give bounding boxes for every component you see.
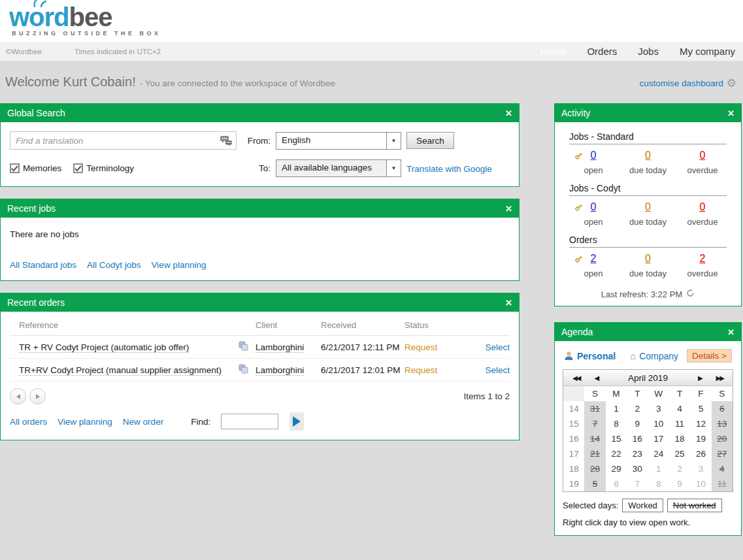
nav-item-my-company[interactable]: My company (680, 46, 735, 57)
nav-item-home[interactable]: Home (540, 46, 566, 57)
tab-personal[interactable]: Personal (564, 351, 616, 361)
calendar-day[interactable]: 29 (606, 461, 627, 476)
calendar-day[interactable]: 8 (648, 476, 669, 491)
calendar-day[interactable]: 26 (690, 446, 711, 461)
open-count-link[interactable]: 0 (591, 201, 597, 212)
search-button[interactable]: Search (406, 132, 454, 149)
calendar-day[interactable]: 3 (690, 461, 711, 476)
wordbee-logo[interactable]: wordbee BUZZING OUTSIDE THE BOX (9, 4, 161, 37)
memories-checkbox[interactable]: Memories (10, 163, 61, 173)
calendar-day[interactable]: 28 (584, 461, 605, 476)
calendar-day[interactable]: 9 (669, 476, 690, 491)
find-order-input[interactable] (221, 414, 278, 429)
link-all-orders[interactable]: All orders (10, 417, 47, 427)
calendar-day[interactable]: 2 (669, 461, 690, 476)
calendar-day[interactable]: 4 (669, 401, 690, 416)
calendar-day[interactable]: 16 (627, 431, 648, 446)
details-button[interactable]: Details > (687, 349, 732, 363)
calendar-day[interactable]: 25 (669, 446, 690, 461)
week-number[interactable]: 16 (563, 431, 584, 446)
week-number[interactable]: 14 (563, 401, 584, 416)
calendar-day[interactable]: 9 (627, 416, 648, 431)
calendar-day[interactable]: 7 (584, 416, 605, 431)
link-view-planning[interactable]: View planning (58, 417, 112, 427)
order-reference-link[interactable]: TR+RV Codyt Project (manual supplier ass… (19, 365, 222, 376)
calendar-day[interactable]: 11 (669, 416, 690, 431)
calendar-day[interactable]: 12 (690, 416, 711, 431)
overdue-count-link[interactable]: 2 (699, 253, 705, 264)
calendar-day[interactable]: 30 (627, 461, 648, 476)
calendar-day[interactable]: 24 (648, 446, 669, 461)
calendar-day[interactable]: 5 (690, 401, 711, 416)
calendar-day[interactable]: 20 (712, 431, 733, 446)
refresh-icon[interactable] (686, 289, 695, 299)
client-link[interactable]: Lamborghini (256, 342, 304, 353)
calendar-day[interactable]: 2 (627, 401, 648, 416)
calendar-day[interactable]: 1 (648, 461, 669, 476)
next-year-icon[interactable]: ▶▶ (716, 374, 723, 382)
calendar-day[interactable]: 6 (712, 401, 733, 416)
next-month-icon[interactable]: ▶ (698, 374, 702, 382)
chevron-down-icon[interactable]: ▼ (386, 160, 401, 176)
translation-search-input[interactable] (10, 136, 216, 146)
calendar-day[interactable]: 22 (606, 446, 627, 461)
calendar-day[interactable]: 17 (648, 431, 669, 446)
due-today-count-link[interactable]: 0 (645, 150, 651, 161)
calendar-day[interactable]: 21 (584, 446, 605, 461)
memories-checkbox-box[interactable] (10, 163, 20, 173)
client-link[interactable]: Lamborghini (256, 365, 304, 376)
worked-button[interactable]: Worked (622, 499, 663, 512)
close-icon[interactable]: ✕ (505, 108, 512, 118)
calendar-day[interactable]: 8 (606, 416, 627, 431)
due-today-count-link[interactable]: 0 (645, 253, 651, 264)
calendar-day[interactable]: 7 (627, 476, 648, 491)
link-all-codyt-jobs[interactable]: All Codyt jobs (87, 260, 141, 270)
link-new-order[interactable]: New order (123, 417, 163, 427)
chevron-down-icon[interactable]: ▼ (386, 133, 401, 149)
calendar-day[interactable]: 18 (669, 431, 690, 446)
week-number[interactable]: 17 (563, 446, 584, 461)
next-page-button[interactable] (29, 388, 46, 404)
week-number[interactable]: 18 (563, 461, 584, 476)
customise-dashboard-link[interactable]: customise dashboard (639, 78, 723, 88)
close-icon[interactable]: ✕ (727, 108, 735, 118)
calendar-day[interactable]: 14 (584, 431, 605, 446)
close-icon[interactable]: ✕ (727, 327, 735, 337)
calendar-day[interactable]: 4 (712, 461, 733, 476)
overdue-count-link[interactable]: 0 (699, 150, 705, 161)
calendar-day[interactable]: 10 (690, 476, 711, 491)
calendar-day[interactable]: 13 (712, 416, 733, 431)
to-language-dropdown[interactable]: All available languages ▼ (276, 159, 401, 177)
close-icon[interactable]: ✕ (505, 204, 512, 214)
calendar-day[interactable]: 5 (584, 476, 605, 491)
terminology-checkbox-box[interactable] (73, 163, 83, 173)
select-order-link[interactable]: Select (485, 365, 510, 375)
calendar-day[interactable]: 15 (606, 431, 627, 446)
link-view-planning[interactable]: View planning (152, 260, 206, 270)
open-count-link[interactable]: 0 (591, 150, 597, 161)
calendar-day[interactable]: 31 (584, 401, 605, 416)
link-all-standard-jobs[interactable]: All Standard jobs (10, 260, 76, 270)
tab-company[interactable]: ⌂ Company (630, 350, 678, 361)
from-language-dropdown[interactable]: English ▼ (276, 132, 401, 150)
due-today-count-link[interactable]: 0 (645, 201, 651, 212)
overdue-count-link[interactable]: 0 (699, 201, 705, 212)
translate-with-google-link[interactable]: Translate with Google (406, 164, 492, 174)
calendar-day[interactable]: 11 (712, 476, 733, 491)
calendar-day[interactable]: 3 (648, 401, 669, 416)
nav-item-jobs[interactable]: Jobs (638, 46, 659, 57)
terminology-checkbox[interactable]: Terminology (73, 163, 134, 173)
nav-item-orders[interactable]: Orders (587, 46, 617, 57)
calendar-day[interactable]: 19 (690, 431, 711, 446)
open-count-link[interactable]: 2 (591, 253, 597, 264)
calendar-day[interactable]: 10 (648, 416, 669, 431)
translate-bubbles-icon[interactable] (216, 133, 236, 148)
find-go-button[interactable] (289, 412, 304, 431)
gear-icon[interactable]: ⚙ (727, 76, 736, 90)
calendar-day[interactable]: 23 (627, 446, 648, 461)
select-order-link[interactable]: Select (485, 342, 510, 352)
close-icon[interactable]: ✕ (505, 298, 512, 308)
week-number[interactable]: 15 (563, 416, 584, 431)
prev-page-button[interactable] (10, 388, 26, 404)
order-reference-link[interactable]: TR + RV Codyt Project (automatic job off… (19, 342, 189, 353)
